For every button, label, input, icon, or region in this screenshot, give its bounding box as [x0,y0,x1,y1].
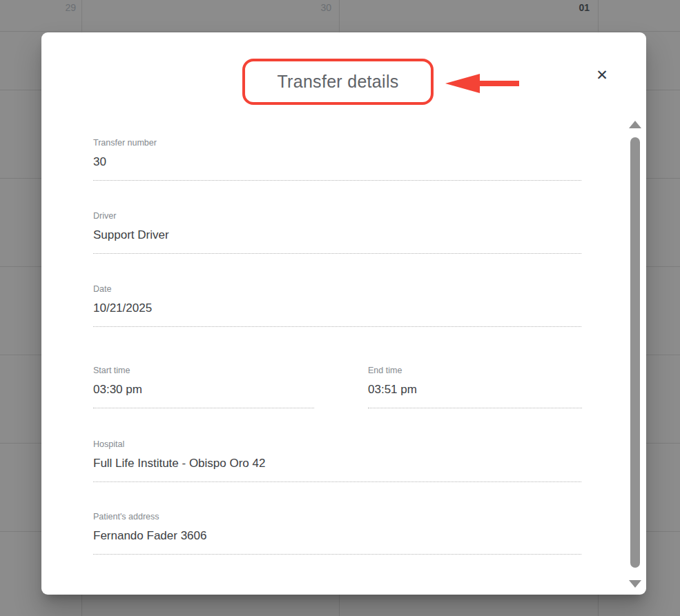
calendar-day-number: 29 [65,2,76,13]
dialog-title: Transfer details [277,72,398,92]
field-start-time: Start time 03:30 pm [93,366,314,408]
field-patients-address: Patient's address Fernando Fader 3606 [93,512,581,555]
transfer-details-dialog: Transfer details ✕ Transfer number 30 Dr… [41,32,646,595]
field-end-time: End time 03:51 pm [368,366,582,408]
field-value: 30 [93,155,581,180]
field-driver: Driver Support Driver [93,211,581,254]
field-value: 10/21/2025 [93,301,581,326]
calendar-gridline [0,31,680,32]
field-label: Date [93,284,581,294]
field-value: Full Life Institute - Obispo Oro 42 [93,456,581,481]
calendar-day-number: 01 [579,2,590,13]
field-value: Fernando Fader 3606 [93,528,581,554]
annotation-arrow-icon [445,74,480,93]
scrollbar-down-icon[interactable] [629,580,641,588]
field-value: 03:30 pm [93,382,314,408]
scrollbar-up-icon[interactable] [629,121,641,128]
calendar-day-number: 30 [320,2,331,13]
close-icon[interactable]: ✕ [591,64,613,86]
field-hospital: Hospital Full Life Institute - Obispo Or… [93,439,581,482]
field-date: Date 10/21/2025 [93,284,581,327]
field-value: Support Driver [93,228,581,253]
field-label: Hospital [93,439,581,449]
field-label: Driver [93,211,581,221]
field-label: Patient's address [93,512,581,521]
scrollbar-thumb[interactable] [630,137,640,568]
field-value: 03:51 pm [368,382,582,408]
field-label: End time [368,366,582,375]
annotation-highlight-box: Transfer details [242,59,434,105]
field-label: Start time [93,366,314,375]
field-transfer-number: Transfer number 30 [93,138,581,181]
field-label: Transfer number [93,138,581,148]
annotation-arrow-icon [478,81,519,86]
